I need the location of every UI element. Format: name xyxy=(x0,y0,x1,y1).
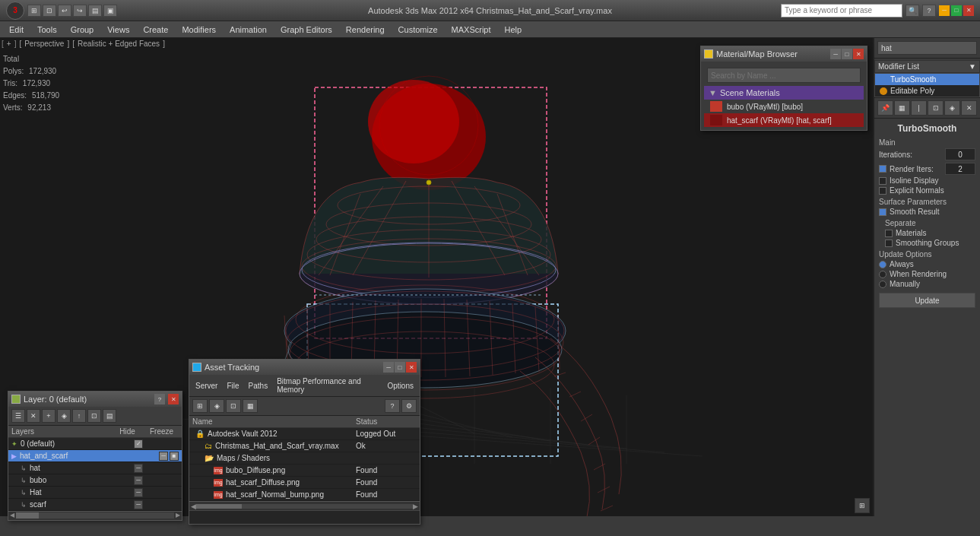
menu-graph-editors[interactable]: Graph Editors xyxy=(274,22,338,37)
layer-bubo-hide[interactable]: ─ xyxy=(134,476,143,485)
asset-item-maps-shaders[interactable]: 📂 Maps / Shaders xyxy=(189,452,420,465)
asset-tb-btn6[interactable]: ⚙ xyxy=(401,399,417,413)
layer-btn6[interactable]: ⊡ xyxy=(87,409,101,423)
help-button[interactable]: ? xyxy=(922,5,936,17)
iterations-input[interactable] xyxy=(945,148,975,160)
layer-help-button[interactable]: ? xyxy=(154,394,165,404)
asset-menu-server[interactable]: Server xyxy=(192,381,220,391)
menu-edit[interactable]: Edit xyxy=(3,22,30,37)
menu-create[interactable]: Create xyxy=(137,22,174,37)
modifier-item-editablepoly[interactable]: Editable Poly xyxy=(875,85,979,97)
menu-group[interactable]: Group xyxy=(65,22,100,37)
layer-item-scarf[interactable]: ↳ scarf ─ xyxy=(8,499,182,511)
layer-manager-close[interactable]: ✕ xyxy=(168,394,179,404)
toolbar-btn-2[interactable]: ⊡ xyxy=(43,5,56,17)
toolbar-btn-5[interactable]: ▤ xyxy=(88,5,102,17)
render-iters-input[interactable] xyxy=(945,163,975,175)
layer-scarf-hide[interactable]: ─ xyxy=(134,500,143,509)
asset-tb-btn5[interactable]: ? xyxy=(385,399,400,413)
material-item-hatscarf[interactable]: hat_scarf (VRayMtl) [hat, scarf] xyxy=(704,113,864,127)
maximize-button[interactable]: □ xyxy=(951,5,962,16)
asset-item-hatscarf-diffuse[interactable]: img hat_scarf_Diffuse.png Found xyxy=(189,477,420,489)
remove-btn[interactable]: ✕ xyxy=(961,100,977,116)
close-button[interactable]: ✕ xyxy=(963,5,974,16)
menu-tools[interactable]: Tools xyxy=(31,22,63,37)
layer-default-hide[interactable]: ✓ xyxy=(134,439,143,449)
layer-move-btn[interactable]: ↑ xyxy=(72,409,86,423)
menu-customize[interactable]: Customize xyxy=(392,22,444,37)
minimize-button[interactable]: ─ xyxy=(939,5,950,16)
asset-item-hatscarf-normal[interactable]: img hat_scarf_Normal_bump.png Found xyxy=(189,489,420,501)
smooth-result-checkbox[interactable] xyxy=(879,208,886,216)
asset-tb-btn4[interactable]: ▦ xyxy=(243,399,258,413)
asset-tb-btn2[interactable]: ◈ xyxy=(209,399,224,413)
menu-rendering[interactable]: Rendering xyxy=(340,22,391,37)
explicit-checkbox[interactable] xyxy=(879,187,886,195)
show-all-btn[interactable]: ▦ xyxy=(894,100,910,116)
layer-hatscarf-hide[interactable]: ─ xyxy=(159,452,168,461)
asset-scrollbar[interactable]: ◀ ▶ xyxy=(189,501,420,510)
material-browser-minimize[interactable]: ─ xyxy=(830,49,841,59)
always-radio[interactable] xyxy=(879,261,886,268)
smoothing-groups-checkbox[interactable] xyxy=(885,239,893,247)
asset-item-vault[interactable]: 🔒 Autodesk Vault 2012 Logged Out xyxy=(189,428,420,440)
material-browser-maximize[interactable]: □ xyxy=(842,49,852,59)
asset-tb-btn3[interactable]: ⊡ xyxy=(226,399,241,413)
asset-scroll-right[interactable]: ▶ xyxy=(413,503,418,510)
layer-item-bubo[interactable]: ↳ bubo ─ xyxy=(8,474,182,487)
asset-close[interactable]: ✕ xyxy=(406,362,417,373)
material-search-input[interactable] xyxy=(707,68,861,83)
make-unique-btn[interactable]: ◈ xyxy=(944,100,960,116)
material-item-bubo[interactable]: bubo (VRayMtl) [bubo] xyxy=(704,100,864,113)
update-button[interactable]: Update xyxy=(879,293,975,308)
col1-btn[interactable]: | xyxy=(911,100,927,116)
toolbar-btn-1[interactable]: ⊞ xyxy=(27,5,41,17)
asset-menu-paths[interactable]: Paths xyxy=(246,381,271,391)
manually-radio[interactable] xyxy=(879,281,886,288)
global-search-input[interactable] xyxy=(781,4,902,17)
menu-help[interactable]: Help xyxy=(499,22,528,37)
isoline-checkbox[interactable] xyxy=(879,177,886,185)
modifier-list-dropdown[interactable]: Modifier List ▼ xyxy=(874,60,980,73)
menu-views[interactable]: Views xyxy=(101,22,135,37)
object-name-input[interactable] xyxy=(877,41,977,55)
toolbar-btn-3[interactable]: ↩ xyxy=(58,5,71,17)
layer-hat-hide[interactable]: ─ xyxy=(134,464,143,473)
layer-delete-btn[interactable]: ✕ xyxy=(27,409,40,423)
toolbar-btn-4[interactable]: ↪ xyxy=(73,5,87,17)
layer-scrollbar[interactable]: ◀ ▶ xyxy=(8,511,182,520)
asset-item-max-file[interactable]: 🗂 Christmas_Hat_and_Scarf_vray.max Ok xyxy=(189,440,420,452)
layer-hatscarf-freeze[interactable]: ■ xyxy=(170,452,179,461)
layer-Hat-hide[interactable]: ─ xyxy=(134,488,143,497)
asset-maximize[interactable]: □ xyxy=(395,362,405,373)
menu-maxscript[interactable]: MAXScript xyxy=(446,22,497,37)
layer-select-btn[interactable]: ◈ xyxy=(57,409,71,423)
layer-item-hat[interactable]: ↳ hat ─ xyxy=(8,462,182,474)
scene-materials-header[interactable]: ▼ Scene Materials xyxy=(704,86,864,100)
col2-btn[interactable]: ⊡ xyxy=(928,100,944,116)
layer-item-Hat[interactable]: ↳ Hat ─ xyxy=(8,487,182,499)
layer-btn7[interactable]: ▤ xyxy=(103,409,116,423)
asset-item-bubo-diffuse[interactable]: img bubo_Diffuse.png Found xyxy=(189,465,420,477)
asset-tb-btn1[interactable]: ⊞ xyxy=(192,399,208,413)
when-rendering-radio[interactable] xyxy=(879,271,886,278)
menu-animation[interactable]: Animation xyxy=(224,22,273,37)
asset-menu-file[interactable]: File xyxy=(224,381,242,391)
search-button[interactable]: 🔍 xyxy=(905,5,919,17)
materials-checkbox[interactable] xyxy=(885,230,893,237)
asset-scroll-left[interactable]: ◀ xyxy=(191,503,196,510)
toolbar-btn-6[interactable]: ▣ xyxy=(103,5,117,17)
material-browser-close[interactable]: ✕ xyxy=(853,49,864,59)
render-iters-checkbox[interactable] xyxy=(879,165,886,173)
modifier-item-turbosmooth[interactable]: TurboSmooth xyxy=(875,74,979,85)
pin-stack-btn[interactable]: 📌 xyxy=(877,100,893,116)
asset-menu-bitmap[interactable]: Bitmap Performance and Memory xyxy=(274,376,381,395)
layer-new-btn[interactable]: ☰ xyxy=(11,409,25,423)
layer-add-btn[interactable]: + xyxy=(42,409,56,423)
layer-item-hat-and-scarf[interactable]: ▶ hat_and_scarf ─ ■ xyxy=(8,450,182,462)
layer-item-default[interactable]: ✦ 0 (default) ✓ xyxy=(8,438,182,450)
asset-minimize[interactable]: ─ xyxy=(383,362,394,373)
asset-menu-options[interactable]: Options xyxy=(385,381,417,391)
viewport-cube[interactable]: ⊞ xyxy=(855,498,870,513)
menu-modifiers[interactable]: Modifiers xyxy=(176,22,222,37)
